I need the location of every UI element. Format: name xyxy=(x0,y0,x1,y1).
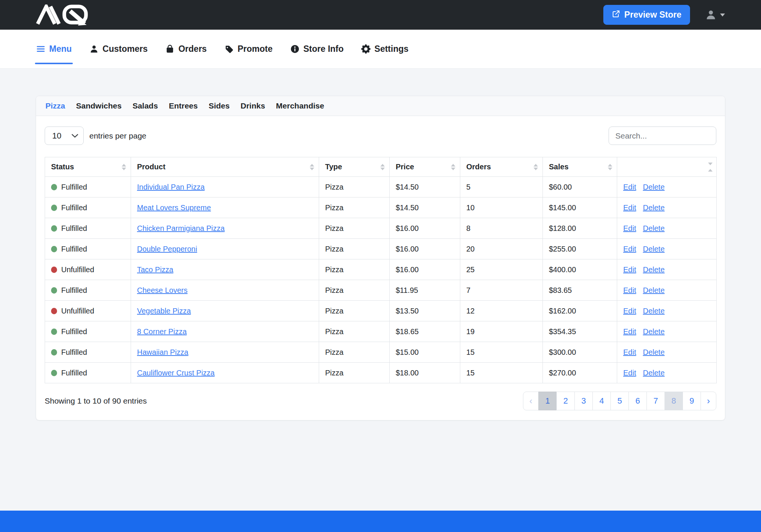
product-link[interactable]: Hawaiian Pizza xyxy=(137,348,188,356)
tab-drinks[interactable]: Drinks xyxy=(241,101,265,110)
page-button-9[interactable]: 9 xyxy=(683,392,701,410)
edit-link[interactable]: Edit xyxy=(623,224,636,232)
user-menu[interactable] xyxy=(705,9,725,21)
page-button-1[interactable]: 1 xyxy=(538,392,557,410)
status-label: Fulfilled xyxy=(61,203,87,212)
nav-item-store-info[interactable]: Store Info xyxy=(290,30,344,68)
tab-pizza[interactable]: Pizza xyxy=(45,101,65,110)
delete-link[interactable]: Delete xyxy=(643,224,665,232)
orders-cell: 8 xyxy=(460,218,543,239)
product-link[interactable]: 8 Corner Pizza xyxy=(137,327,187,336)
preview-store-button[interactable]: Preview Store xyxy=(603,5,690,25)
actions-cell: EditDelete xyxy=(617,342,717,363)
product-cell: Vegetable Pizza xyxy=(131,301,319,321)
column-header-sales[interactable]: Sales xyxy=(543,157,617,177)
status-label: Fulfilled xyxy=(61,327,87,336)
edit-link[interactable]: Edit xyxy=(623,286,636,294)
actions-cell: EditDelete xyxy=(617,280,717,301)
delete-link[interactable]: Delete xyxy=(643,183,665,191)
edit-link[interactable]: Edit xyxy=(623,203,636,212)
delete-link[interactable]: Delete xyxy=(643,265,665,274)
actions-cell: EditDelete xyxy=(617,301,717,321)
product-link[interactable]: Vegetable Pizza xyxy=(137,307,191,315)
table-row: FulfilledIndividual Pan PizzaPizza$14.50… xyxy=(45,177,717,197)
edit-link[interactable]: Edit xyxy=(623,183,636,191)
nav-item-customers[interactable]: Customers xyxy=(89,30,148,68)
brand-logo[interactable] xyxy=(36,5,92,26)
page-button-2[interactable]: 2 xyxy=(556,392,575,410)
edit-link[interactable]: Edit xyxy=(623,307,636,315)
product-link[interactable]: Taco Pizza xyxy=(137,265,173,274)
product-link[interactable]: Cheese Lovers xyxy=(137,286,188,294)
product-link[interactable]: Chicken Parmigiana Pizza xyxy=(137,224,225,232)
page-button-7[interactable]: 7 xyxy=(646,392,665,410)
edit-link[interactable]: Edit xyxy=(623,245,636,253)
prev-page-button[interactable]: ‹ xyxy=(523,392,539,410)
edit-link[interactable]: Edit xyxy=(623,348,636,356)
top-bar: Preview Store xyxy=(0,0,761,30)
product-link[interactable]: Cauliflower Crust Pizza xyxy=(137,369,215,377)
next-page-button[interactable]: › xyxy=(701,392,716,410)
preview-store-label: Preview Store xyxy=(624,10,681,20)
brand-logo-icon xyxy=(36,5,92,26)
sales-cell: $145.00 xyxy=(543,197,617,218)
page-button-5[interactable]: 5 xyxy=(610,392,629,410)
price-cell: $11.95 xyxy=(390,280,460,301)
edit-link[interactable]: Edit xyxy=(623,327,636,336)
tab-merchandise[interactable]: Merchandise xyxy=(276,101,324,110)
nav-item-label: Menu xyxy=(49,44,72,54)
status-dot-icon xyxy=(51,308,57,314)
column-header-product[interactable]: Product xyxy=(131,157,319,177)
table-row: FulfilledHawaiian PizzaPizza$15.0015$300… xyxy=(45,342,717,363)
product-cell: Individual Pan Pizza xyxy=(131,177,319,197)
nav-item-promote[interactable]: Promote xyxy=(225,30,273,68)
delete-link[interactable]: Delete xyxy=(643,203,665,212)
delete-link[interactable]: Delete xyxy=(643,327,665,336)
actions-cell: EditDelete xyxy=(617,177,717,197)
delete-link[interactable]: Delete xyxy=(643,307,665,315)
info-icon xyxy=(290,44,300,54)
product-cell: Meat Lovers Supreme xyxy=(131,197,319,218)
delete-link[interactable]: Delete xyxy=(643,369,665,377)
tab-sides[interactable]: Sides xyxy=(209,101,230,110)
column-header-status[interactable]: Status xyxy=(45,157,131,177)
delete-link[interactable]: Delete xyxy=(643,348,665,356)
page-button-4[interactable]: 4 xyxy=(592,392,611,410)
nav-item-label: Orders xyxy=(178,44,206,54)
column-header-label: Status xyxy=(51,163,74,171)
search-input[interactable] xyxy=(609,127,716,145)
column-header-label: Type xyxy=(325,163,342,171)
sort-icon xyxy=(122,164,126,170)
product-link[interactable]: Individual Pan Pizza xyxy=(137,183,205,191)
edit-link[interactable]: Edit xyxy=(623,265,636,274)
edit-link[interactable]: Edit xyxy=(623,369,636,377)
product-link[interactable]: Double Pepperoni xyxy=(137,245,197,253)
column-header-type[interactable]: Type xyxy=(319,157,390,177)
price-cell: $14.50 xyxy=(390,177,460,197)
page-button-8[interactable]: 8 xyxy=(665,392,683,410)
column-header-price[interactable]: Price xyxy=(390,157,460,177)
delete-link[interactable]: Delete xyxy=(643,245,665,253)
delete-link[interactable]: Delete xyxy=(643,286,665,294)
tab-entrees[interactable]: Entrees xyxy=(169,101,198,110)
price-cell: $16.00 xyxy=(390,218,460,239)
nav-item-label: Customers xyxy=(102,44,148,54)
orders-cell: 20 xyxy=(460,239,543,259)
page-button-6[interactable]: 6 xyxy=(628,392,647,410)
status-dot-icon xyxy=(51,370,57,376)
product-cell: Hawaiian Pizza xyxy=(131,342,319,363)
column-header-orders[interactable]: Orders xyxy=(460,157,543,177)
status-label: Fulfilled xyxy=(61,183,87,191)
page-size-select[interactable]: 10 xyxy=(45,127,84,145)
nav-item-settings[interactable]: Settings xyxy=(361,30,408,68)
status-label: Fulfilled xyxy=(61,369,87,377)
column-header-actions[interactable] xyxy=(617,157,717,177)
tab-sandwiches[interactable]: Sandwiches xyxy=(76,101,122,110)
product-link[interactable]: Meat Lovers Supreme xyxy=(137,203,211,212)
tab-salads[interactable]: Salads xyxy=(133,101,158,110)
nav-item-orders[interactable]: Orders xyxy=(165,30,206,68)
page-button-3[interactable]: 3 xyxy=(574,392,593,410)
nav-item-menu[interactable]: Menu xyxy=(36,30,72,68)
orders-cell: 25 xyxy=(460,259,543,280)
price-cell: $13.50 xyxy=(390,301,460,321)
